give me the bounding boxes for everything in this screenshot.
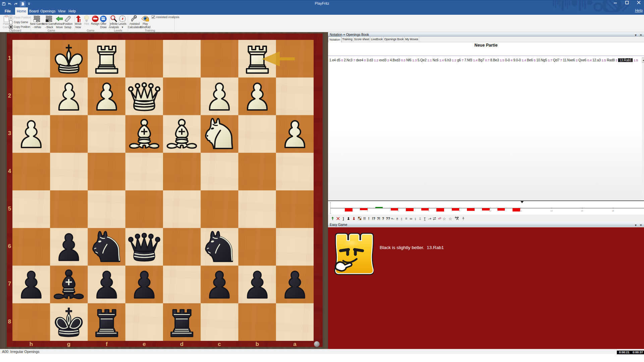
svg-text:=: =: [419, 216, 421, 219]
svg-text:!!: !!: [363, 217, 366, 221]
svg-text:??: ??: [386, 217, 390, 221]
svg-text:10: 10: [489, 210, 491, 212]
svg-text:±: ±: [396, 217, 398, 221]
svg-text:-+: -+: [428, 217, 432, 221]
svg-text:4: 4: [397, 210, 399, 212]
svg-text:12: 12: [520, 210, 522, 212]
svg-text:14: 14: [550, 210, 553, 212]
svg-text:6: 6: [428, 210, 430, 212]
svg-text:?!: ?!: [377, 217, 380, 221]
svg-text:+-: +-: [391, 217, 394, 221]
svg-text:2: 2: [367, 210, 368, 212]
svg-text:!: !: [368, 217, 370, 221]
svg-text:8: 8: [459, 210, 460, 212]
svg-text:?: ?: [382, 217, 384, 221]
svg-text:=: =: [401, 218, 402, 221]
svg-text:16: 16: [581, 210, 583, 212]
svg-text:=: =: [405, 217, 407, 221]
svg-text:+: +: [415, 218, 416, 221]
svg-text:!?: !?: [372, 217, 375, 221]
svg-text:18: 18: [612, 210, 614, 212]
svg-text:∞: ∞: [410, 217, 413, 221]
svg-text:]: ]: [343, 217, 344, 221]
